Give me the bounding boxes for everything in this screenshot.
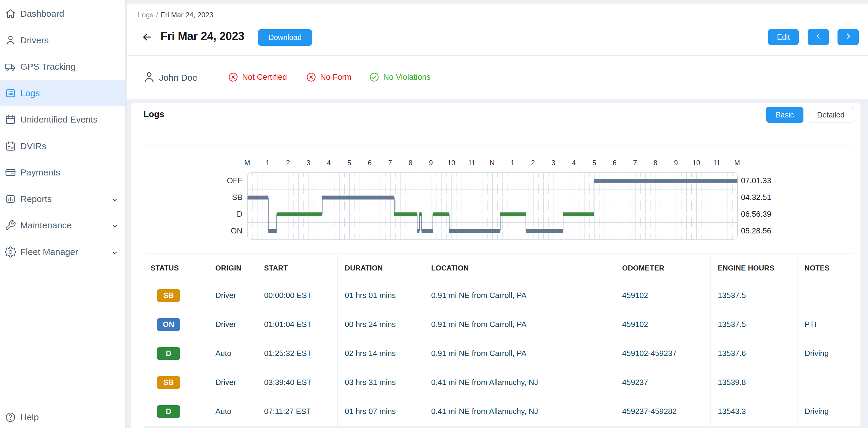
duty-row-label-sb: SB [143, 193, 242, 202]
column-header-start: START [257, 255, 337, 281]
cell-odometer: 459102 [615, 310, 711, 339]
cell-status: SB [144, 368, 208, 397]
previous-day-button[interactable] [808, 29, 829, 45]
cell-origin: Driver [208, 281, 257, 310]
back-button[interactable] [142, 31, 154, 43]
edit-button[interactable]: Edit [768, 29, 799, 45]
cell-status: SB [144, 281, 208, 310]
cell-engine-hours: 13537.5 [711, 281, 797, 310]
column-header-status: STATUS [144, 255, 208, 281]
sidebar-item-label: Help [20, 412, 39, 422]
breadcrumb-logs-link[interactable]: Logs [138, 11, 153, 19]
table-row[interactable]: SBDriver00:00:00 EST01 hrs 01 mins0.91 m… [144, 281, 861, 310]
cell-origin: Auto [208, 339, 257, 368]
duty-row-total-d: 06.56.39 [741, 210, 771, 219]
cell-engine-hours: 13543.3 [711, 397, 797, 426]
cell-status: D [144, 339, 208, 368]
hos-chart-panel: M1234567891011N1234567891011M OFFSBDON 0… [143, 146, 854, 253]
page-title: Fri Mar 24, 2023 [160, 30, 244, 43]
sidebar-item-drivers[interactable]: Drivers [0, 27, 125, 54]
table-row[interactable]: ONDriver01:01:04 EST00 hrs 24 mins0.91 m… [144, 310, 861, 339]
cell-duration: 02 hrs 14 mins [337, 339, 424, 368]
hour-tick-label: 1 [506, 159, 519, 167]
cell-start: 01:25:32 EST [257, 339, 337, 368]
sidebar-item-dashboard[interactable]: Dashboard [0, 1, 125, 27]
calendar-icon [5, 114, 16, 125]
table-row[interactable]: DAuto01:25:32 EST02 hrs 14 mins0.91 mi N… [144, 339, 861, 368]
bar-chart-icon [5, 193, 16, 205]
cell-start: 01:01:04 EST [257, 310, 337, 339]
column-header-origin: ORIGIN [208, 255, 257, 281]
hour-tick-label: 9 [425, 159, 438, 167]
duty-segment-on [422, 229, 433, 233]
hour-tick-label: 6 [363, 159, 376, 167]
table-row[interactable]: SBDriver03:39:40 EST03 hrs 31 mins0.41 m… [144, 368, 861, 397]
hour-tick-label: 11 [710, 159, 723, 167]
cell-start: 07:11:27 EST [257, 397, 337, 426]
breadcrumb-current: Fri Mar 24, 2023 [161, 11, 213, 19]
hour-tick-label: 6 [608, 159, 621, 167]
logs-card-title: Logs [144, 110, 164, 119]
status-badge: D [157, 347, 180, 360]
sidebar-item-reports[interactable]: Reports [0, 186, 125, 213]
sidebar-item-logs[interactable]: Logs [0, 80, 125, 107]
cell-notes: Driving [797, 339, 861, 368]
help-icon [5, 411, 16, 423]
hour-tick-label: 2 [526, 159, 539, 167]
duty-row-label-on: ON [143, 226, 242, 236]
status-label: Not Certified [242, 73, 287, 82]
hour-tick-label: 10 [445, 159, 458, 167]
duty-segment-on [269, 229, 277, 233]
download-button[interactable]: Download [258, 29, 312, 46]
sidebar-item-dvirs[interactable]: DVIRs [0, 133, 125, 160]
next-day-button[interactable] [838, 29, 859, 45]
sidebar-item-label: Reports [20, 194, 52, 204]
column-header-engine-hours: ENGINE HOURS [711, 255, 797, 281]
duty-segment-d [277, 213, 322, 216]
sidebar-item-fleet-manager[interactable]: Fleet Manager [0, 239, 125, 266]
duty-segment-off [594, 179, 737, 183]
hos-grid [247, 172, 738, 240]
driver-avatar-icon [143, 71, 155, 83]
sidebar-item-payments[interactable]: Payments [0, 159, 125, 186]
hour-tick-label: N [486, 159, 499, 167]
home-icon [5, 8, 16, 20]
driver-status-not-certified: Not Certified [228, 71, 287, 83]
hour-tick-label: 5 [343, 159, 356, 167]
status-badge: D [157, 405, 180, 418]
cell-odometer: 459102-459237 [615, 339, 711, 368]
sidebar-item-maintenance[interactable]: Maintenance [0, 212, 125, 239]
table-row[interactable]: DAuto07:11:27 EST01 hrs 07 mins0.41 mi N… [144, 397, 861, 426]
cell-engine-hours: 13539.8 [711, 368, 797, 397]
arrow-left-icon [142, 38, 152, 43]
status-label: No Form [320, 73, 351, 82]
sidebar-item-label: Fleet Manager [20, 247, 78, 257]
x-circle-icon [306, 72, 316, 83]
sidebar-item-gps-tracking[interactable]: GPS Tracking [0, 54, 125, 80]
hour-tick-label: 3 [547, 159, 560, 167]
sidebar-item-help[interactable]: Help [0, 404, 125, 428]
cell-engine-hours: 13537.5 [711, 310, 797, 339]
duty-row-label-off: OFF [143, 176, 242, 185]
hour-tick-label: 8 [404, 159, 417, 167]
status-badge: SB [157, 376, 180, 389]
credit-card-icon [5, 167, 16, 178]
view-toggle-basic[interactable]: Basic [766, 107, 803, 123]
view-toggle-detailed[interactable]: Detailed [808, 107, 854, 123]
sidebar-scrollbar[interactable] [125, 0, 127, 428]
sidebar-item-unidentified-events[interactable]: Unidentified Events [0, 106, 125, 133]
duty-segment-d [420, 213, 422, 216]
cell-location: 0.41 mi NE from Allamuchy, NJ [424, 368, 615, 397]
sidebar-item-label: Maintenance [20, 220, 72, 231]
driver-name[interactable]: John Doe [159, 73, 197, 83]
chevron-down-icon [111, 222, 118, 229]
driver-status-no-violations: No Violations [369, 71, 431, 83]
duty-row-total-sb: 04.32.51 [741, 193, 771, 202]
sidebar-item-label: GPS Tracking [20, 62, 75, 72]
cell-location: 0.91 mi NE from Carroll, PA [424, 339, 615, 368]
column-header-location: LOCATION [424, 255, 615, 281]
hour-tick-label: 11 [465, 159, 478, 167]
hour-tick-label: 7 [383, 159, 397, 167]
cell-engine-hours: 13537.6 [711, 339, 797, 368]
status-badge: ON [157, 318, 180, 331]
